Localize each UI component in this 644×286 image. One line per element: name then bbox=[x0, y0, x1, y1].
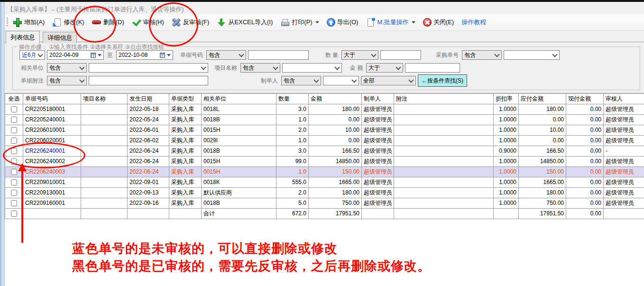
cell-cb[interactable] bbox=[5, 114, 23, 125]
cell-cb[interactable] bbox=[5, 177, 23, 187]
delete-icon bbox=[92, 18, 101, 27]
row-checkbox[interactable] bbox=[11, 148, 17, 154]
export-button[interactable]: 导出(O) bbox=[325, 17, 360, 28]
maker-scope-select[interactable]: 全部 bbox=[361, 76, 416, 85]
row-checkbox[interactable] bbox=[11, 158, 17, 165]
row-checkbox[interactable] bbox=[11, 127, 17, 133]
tutorial-link[interactable]: 操作教程 bbox=[460, 17, 488, 28]
modify-button[interactable]: 修改(K) bbox=[51, 17, 85, 28]
maker-op-select[interactable]: 包含 bbox=[281, 76, 321, 85]
column-header[interactable]: 折扣率 bbox=[494, 93, 519, 104]
cell-approver bbox=[604, 208, 644, 219]
project-op-select[interactable]: 包含 bbox=[240, 63, 280, 73]
unapprove-button[interactable]: 反审核(F) bbox=[170, 17, 211, 28]
column-header[interactable]: 相关单位 bbox=[202, 93, 276, 104]
row-checkbox[interactable] bbox=[11, 211, 17, 217]
print-button[interactable]: 打印(P) bbox=[279, 17, 320, 28]
qty-input[interactable] bbox=[380, 50, 421, 60]
table-header-row: 全选单据号码项目名称发生日期单据类型相关单位数量金额制单人附注折扣率应付金额现付… bbox=[5, 93, 644, 104]
chevron-down-icon bbox=[273, 65, 278, 70]
cell-cb[interactable] bbox=[5, 156, 23, 166]
cell-project bbox=[81, 104, 128, 114]
amount-input[interactable] bbox=[405, 63, 460, 73]
cell-project bbox=[81, 208, 128, 219]
note-input[interactable] bbox=[89, 76, 208, 85]
row-checkbox[interactable] bbox=[11, 117, 17, 123]
unit-select[interactable] bbox=[89, 63, 208, 73]
batch-operations-button[interactable]: M.批量操作 bbox=[364, 17, 416, 28]
table-row[interactable]: CR22090100012022-09-01采购入库0018K555.01665… bbox=[5, 177, 644, 187]
tab-list-info[interactable]: 列表信息 bbox=[6, 31, 40, 44]
qty-op-select[interactable]: 大于 bbox=[341, 50, 378, 60]
date-preset-select[interactable]: 近6月 bbox=[19, 50, 45, 60]
delete-button[interactable]: 删除(D) bbox=[91, 17, 126, 28]
table-row[interactable]: CR22091600012022-09-16采购入库0018B5.0750.00… bbox=[5, 198, 644, 208]
table-row[interactable]: CR22091300012022-09-13采购入库默认供应商2.0180.00… bbox=[5, 187, 644, 198]
cell-cb[interactable] bbox=[5, 208, 23, 219]
cell-cb[interactable] bbox=[5, 198, 23, 208]
column-header[interactable]: 全选 bbox=[5, 93, 23, 104]
cell-amount: 1665.00 bbox=[309, 177, 362, 187]
close-button[interactable]: 关闭(E) bbox=[422, 17, 455, 28]
cell-cb[interactable] bbox=[5, 125, 23, 135]
row-checkbox[interactable] bbox=[11, 106, 17, 112]
column-header[interactable]: 现付金额 bbox=[566, 93, 604, 104]
column-header[interactable]: 单据号码 bbox=[23, 93, 81, 104]
column-header[interactable]: 应付金额 bbox=[519, 93, 566, 104]
table-row[interactable]: CR22060200012022-06-02采购入库0029I1.00.00超级… bbox=[5, 135, 644, 146]
cell-doc_no: CR2209010001 bbox=[23, 177, 81, 187]
column-header[interactable]: 数量 bbox=[276, 93, 309, 104]
cell-paid: 0.00 bbox=[566, 177, 604, 187]
column-header[interactable]: 制单人 bbox=[362, 93, 394, 104]
cell-cb[interactable] bbox=[5, 187, 23, 198]
row-checkbox[interactable] bbox=[11, 138, 17, 144]
cell-doc_no: CR2209160001 bbox=[23, 198, 81, 208]
row-checkbox[interactable] bbox=[11, 200, 17, 206]
cell-paid: 0.00 bbox=[566, 125, 604, 135]
table-row[interactable]: CR22062400012022-06-24采购入库0018B3.0166.50… bbox=[5, 146, 644, 156]
column-header[interactable]: 附注 bbox=[394, 93, 494, 104]
cell-qty: 1.0 bbox=[276, 135, 309, 146]
amount-op-select[interactable]: 大于 bbox=[366, 63, 403, 73]
date-to-input[interactable]: 2022-10-08 bbox=[116, 50, 173, 60]
doc-no-input[interactable] bbox=[248, 50, 309, 60]
cell-type: 采购入库 bbox=[169, 198, 202, 208]
date-from-input[interactable]: 2022-04-09 bbox=[47, 50, 104, 60]
table-row[interactable]: CR22062400022022-06-24采购入库0015H99.014850… bbox=[5, 156, 644, 166]
cell-date: 2022-06-24 bbox=[128, 166, 169, 177]
column-header[interactable]: 单据类型 bbox=[169, 93, 202, 104]
project-select[interactable] bbox=[282, 63, 342, 73]
excel-import-icon bbox=[217, 18, 226, 27]
column-header[interactable]: 金额 bbox=[309, 93, 362, 104]
maker-select[interactable] bbox=[323, 76, 359, 85]
row-checkbox[interactable] bbox=[11, 179, 17, 185]
search-row-3: 单据附注 包含 制单人 包含 全部 bbox=[19, 75, 467, 86]
cell-qty: 1.0 bbox=[276, 166, 309, 177]
approve-button[interactable]: 审核(H) bbox=[130, 17, 166, 28]
add-button[interactable]: 增加(A) bbox=[11, 17, 46, 28]
po-no-op-select[interactable]: 包含 bbox=[462, 50, 502, 60]
cell-cb[interactable] bbox=[5, 166, 23, 177]
cell-date: 2022-06-24 bbox=[128, 146, 169, 156]
row-checkbox[interactable] bbox=[11, 169, 17, 175]
cell-discount: 1.0000 bbox=[494, 114, 519, 125]
note-op-select[interactable]: 包含 bbox=[47, 76, 87, 85]
table-row[interactable]: CR22062400032022-06-24采购入库0015H1.0150.00… bbox=[5, 166, 644, 177]
table-row[interactable]: CR22051800012022-05-18采购入库0018L3.0180.00… bbox=[5, 104, 644, 114]
row-checkbox[interactable] bbox=[11, 190, 17, 196]
cell-cb[interactable] bbox=[5, 146, 23, 156]
table-total-row[interactable]: 合计672.017951.5017951.500.00 bbox=[5, 208, 644, 219]
column-header[interactable]: 审核人 bbox=[604, 93, 644, 104]
search-button[interactable]: ←按条件查找(S) bbox=[418, 74, 467, 87]
cell-cb[interactable] bbox=[5, 135, 23, 146]
column-header[interactable]: 项目名称 bbox=[81, 93, 128, 104]
column-header[interactable]: 发生日期 bbox=[128, 93, 169, 104]
po-no-select[interactable] bbox=[504, 50, 560, 60]
doc-no-op-select[interactable]: 包含 bbox=[206, 50, 246, 60]
tab-detail-info[interactable]: 详细信息 bbox=[43, 32, 77, 44]
table-row[interactable]: CR22052400012022-05-24采购入库0018B1.00.00超级… bbox=[5, 114, 644, 125]
cell-cb[interactable] bbox=[5, 104, 23, 114]
excel-import-button[interactable]: 从EXCEL导入(I) bbox=[215, 17, 274, 28]
table-row[interactable]: CR22060100012022-06-01采购入库0015H2.010.00超… bbox=[5, 125, 644, 135]
unit-op-select[interactable]: 包含 bbox=[47, 63, 87, 73]
